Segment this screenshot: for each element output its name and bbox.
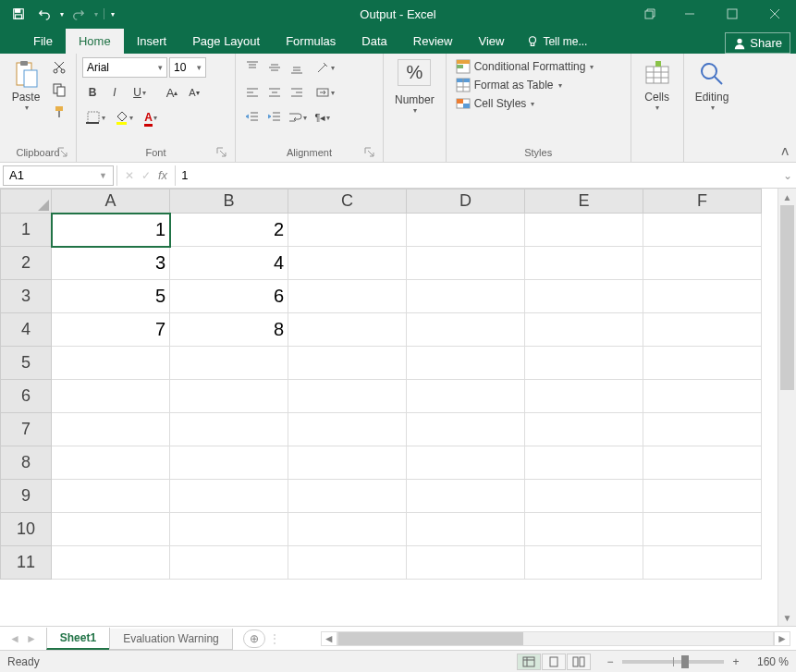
cell-A9[interactable]: [52, 480, 170, 513]
cell-F6[interactable]: [643, 380, 762, 413]
save-icon[interactable]: [7, 3, 30, 25]
tab-file[interactable]: File: [20, 29, 66, 54]
close-icon[interactable]: [753, 0, 796, 28]
font-name-combo[interactable]: Arial▾: [82, 57, 167, 78]
cell-B9[interactable]: [170, 480, 288, 513]
cell-E2[interactable]: [525, 247, 643, 280]
accept-formula-icon[interactable]: ✓: [141, 169, 151, 182]
cell-C3[interactable]: [288, 280, 407, 313]
align-center-button[interactable]: [263, 82, 286, 103]
minimize-icon[interactable]: [668, 0, 711, 28]
row-header-10[interactable]: 10: [1, 513, 52, 546]
hscroll-left-icon[interactable]: ◄: [321, 631, 337, 646]
font-color-button[interactable]: A▾: [138, 107, 164, 128]
ribbon-display-icon[interactable]: [631, 0, 668, 28]
cell-B2[interactable]: 4: [170, 247, 288, 280]
align-right-button[interactable]: [286, 82, 308, 103]
col-header-B[interactable]: B: [170, 189, 288, 214]
row-header-6[interactable]: 6: [1, 380, 52, 413]
number-format-button[interactable]: % Number ▾: [389, 57, 440, 116]
row-header-7[interactable]: 7: [1, 413, 52, 446]
share-button[interactable]: Share: [725, 32, 790, 54]
align-left-button[interactable]: [241, 82, 263, 103]
col-header-D[interactable]: D: [407, 189, 525, 214]
cell-D4[interactable]: [407, 313, 525, 347]
hscroll-thumb[interactable]: [338, 632, 523, 645]
copy-button[interactable]: [48, 79, 70, 100]
cell-B10[interactable]: [170, 513, 288, 546]
view-page-break-button[interactable]: [567, 654, 591, 670]
cell-E8[interactable]: [525, 446, 643, 480]
row-header-1[interactable]: 1: [1, 214, 52, 247]
sheet-nav-next-icon[interactable]: ►: [26, 632, 37, 645]
cell-E6[interactable]: [525, 380, 643, 413]
scroll-up-icon[interactable]: ▲: [778, 189, 796, 205]
zoom-handle[interactable]: [681, 655, 689, 668]
format-as-table-button[interactable]: Format as Table▾: [456, 78, 594, 92]
cell-E4[interactable]: [525, 313, 643, 347]
cell-F5[interactable]: [643, 347, 762, 380]
cell-F8[interactable]: [643, 446, 762, 480]
conditional-formatting-button[interactable]: Conditional Formatting▾: [456, 59, 594, 74]
italic-button[interactable]: I: [104, 82, 125, 103]
cell-styles-button[interactable]: Cell Styles▾: [456, 96, 594, 111]
cell-F2[interactable]: [643, 247, 762, 280]
cell-F1[interactable]: [643, 214, 762, 247]
dialog-launcher-icon[interactable]: [216, 147, 227, 158]
tell-me-search[interactable]: Tell me...: [517, 30, 596, 54]
increase-indent-button[interactable]: [263, 107, 286, 128]
cell-F7[interactable]: [643, 413, 762, 446]
tab-data[interactable]: Data: [349, 29, 399, 54]
expand-formula-icon[interactable]: ⌄: [779, 169, 796, 182]
wrap-text-button[interactable]: ▾: [286, 107, 308, 128]
align-bottom-button[interactable]: [286, 57, 308, 78]
cell-D11[interactable]: [407, 546, 525, 580]
row-header-4[interactable]: 4: [1, 313, 52, 347]
borders-button[interactable]: ▾: [82, 107, 108, 128]
paste-button[interactable]: Paste ▾: [6, 57, 46, 114]
name-box[interactable]: A1▼: [3, 165, 114, 186]
cut-button[interactable]: [48, 57, 70, 78]
cell-F9[interactable]: [643, 480, 762, 513]
cell-D7[interactable]: [407, 413, 525, 446]
select-all-button[interactable]: [1, 189, 52, 214]
font-size-combo[interactable]: 10▾: [169, 57, 206, 78]
cell-D9[interactable]: [407, 480, 525, 513]
cell-A5[interactable]: [52, 347, 170, 380]
cell-A11[interactable]: [52, 546, 170, 580]
format-painter-button[interactable]: [48, 102, 70, 122]
cell-D6[interactable]: [407, 380, 525, 413]
cell-C5[interactable]: [288, 347, 407, 380]
fill-color-button[interactable]: ▾: [110, 107, 136, 128]
redo-icon[interactable]: [67, 3, 90, 25]
sheet-nav-prev-icon[interactable]: ◄: [9, 632, 20, 645]
cell-C11[interactable]: [288, 546, 407, 580]
cell-E1[interactable]: [525, 214, 643, 247]
cell-D2[interactable]: [407, 247, 525, 280]
maximize-icon[interactable]: [711, 0, 753, 28]
tab-insert[interactable]: Insert: [124, 29, 180, 54]
view-page-layout-button[interactable]: [542, 654, 566, 670]
cell-C1[interactable]: [288, 214, 407, 247]
cell-D1[interactable]: [407, 214, 525, 247]
col-header-E[interactable]: E: [525, 189, 643, 214]
collapse-ribbon-icon[interactable]: ʌ: [781, 143, 789, 158]
zoom-out-button[interactable]: −: [604, 655, 617, 668]
cell-A8[interactable]: [52, 446, 170, 480]
align-top-button[interactable]: [241, 57, 263, 78]
shrink-font-button[interactable]: A▾: [184, 82, 204, 103]
cell-B3[interactable]: 6: [170, 280, 288, 313]
cell-E5[interactable]: [525, 347, 643, 380]
tab-review[interactable]: Review: [400, 29, 466, 54]
sheet-tab-other[interactable]: Evaluation Warning: [109, 629, 233, 650]
orientation-button[interactable]: ▾: [313, 57, 336, 78]
cell-E7[interactable]: [525, 413, 643, 446]
tab-home[interactable]: Home: [66, 29, 124, 54]
cell-B7[interactable]: [170, 413, 288, 446]
grow-font-button[interactable]: A▴: [162, 82, 182, 103]
row-header-2[interactable]: 2: [1, 247, 52, 280]
cell-B11[interactable]: [170, 546, 288, 580]
row-header-9[interactable]: 9: [1, 480, 52, 513]
cells-button[interactable]: Cells ▾: [637, 57, 678, 114]
cell-C2[interactable]: [288, 247, 407, 280]
